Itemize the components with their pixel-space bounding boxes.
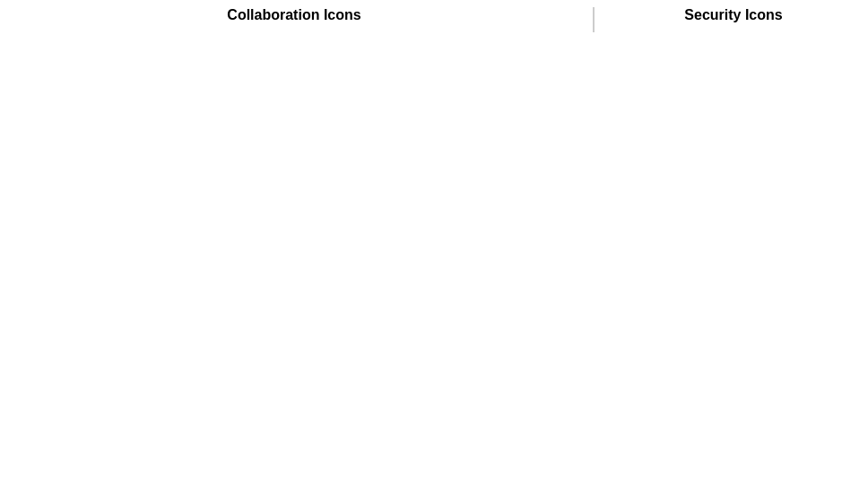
collaboration-title: Collaboration Icons	[9, 7, 579, 23]
security-section: Security Icons	[608, 7, 859, 32]
section-divider	[593, 7, 595, 32]
security-title: Security Icons	[608, 7, 859, 23]
collaboration-section: Collaboration Icons	[9, 7, 579, 32]
page: Collaboration Icons Security Icons	[0, 0, 868, 39]
sections-container: Collaboration Icons Security Icons	[9, 7, 859, 32]
